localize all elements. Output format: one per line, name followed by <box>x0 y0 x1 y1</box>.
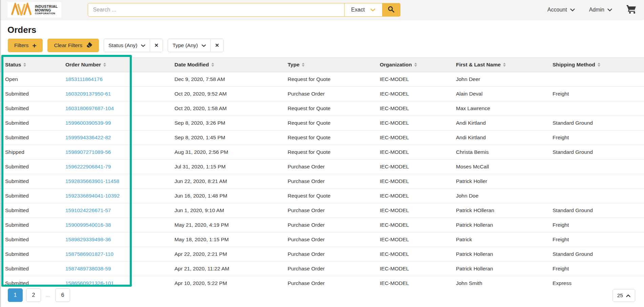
cell-organization: IEC-MODEL <box>380 178 456 184</box>
order-number-link[interactable]: 1592336894041-10392 <box>65 193 120 199</box>
search-bar: Exact <box>88 3 400 17</box>
column-header-status[interactable]: Status <box>5 62 65 68</box>
column-header-type[interactable]: Type <box>288 62 380 68</box>
cell-name: John Deer <box>456 76 553 82</box>
table-row: Submitted 1587489738038-59 Apr 21, 2020,… <box>0 262 644 276</box>
filters-button[interactable]: Filters + <box>8 39 43 52</box>
search-match-select[interactable]: Exact <box>344 3 382 16</box>
cell-type: Purchase Order <box>288 280 380 286</box>
order-number-link[interactable]: 1586560921326-101 <box>65 280 114 286</box>
cell-status: Submitted <box>5 105 65 111</box>
order-number-link[interactable]: 1587586901827-110 <box>65 251 113 257</box>
table-row: Submitted 1603209137950-61 Oct 20, 2020,… <box>0 87 644 101</box>
order-number-link[interactable]: 1853111864176 <box>65 76 103 82</box>
search-input[interactable] <box>88 3 344 16</box>
cell-organization: IEC-MODEL <box>380 120 456 126</box>
cell-organization: IEC-MODEL <box>380 164 456 170</box>
page-button-1[interactable]: 1 <box>8 288 23 302</box>
cell-order-number: 1592835663901-11458 <box>65 178 174 184</box>
orders-page: INDUSTRIAL MOWING CORPORATION Exact <box>0 0 644 307</box>
cell-order-number: 1586560921326-101 <box>65 280 174 286</box>
clear-filters-label: Clear Filters <box>54 42 82 48</box>
cell-organization: IEC-MODEL <box>380 149 456 155</box>
order-number-link[interactable]: 1591024226671-57 <box>65 207 111 213</box>
cell-shipping-method: Standard Ground <box>553 120 644 126</box>
cell-type: Request for Quote <box>288 193 380 199</box>
cell-date-modified: Oct 20, 2020, 1:58 AM <box>174 105 288 111</box>
column-header-order-number[interactable]: Order Number <box>65 62 174 68</box>
cell-status: Submitted <box>5 207 65 213</box>
logo-text: INDUSTRIAL MOWING CORPORATION <box>35 5 58 15</box>
cart-button[interactable] <box>626 5 637 15</box>
order-number-link[interactable]: 1603209137950-61 <box>65 91 111 97</box>
status-filter-remove-button[interactable]: ✕ <box>150 39 163 52</box>
order-number-link[interactable]: 1599594336422-82 <box>65 135 111 140</box>
cell-status: Submitted <box>5 178 65 184</box>
nav-admin[interactable]: Admin <box>589 7 612 13</box>
shopping-cart-icon <box>626 5 637 15</box>
cell-name: Patrick HOlleran <box>456 207 553 213</box>
cell-order-number: 1598907271089-56 <box>65 149 174 155</box>
column-header-date-modified[interactable]: Date Modified <box>174 62 288 68</box>
sort-icon <box>211 63 214 67</box>
table-row: Submitted 1591024226671-57 Jun 1, 2020, … <box>0 203 644 218</box>
cell-status: Open <box>5 76 65 82</box>
column-header-organization[interactable]: Organization <box>380 62 456 68</box>
cell-date-modified: May 21, 2020, 4:19 PM <box>174 222 288 228</box>
order-number-link[interactable]: 1596222906841-79 <box>65 164 111 169</box>
page-button-2[interactable]: 2 <box>26 288 41 302</box>
nav-account[interactable]: Account <box>547 7 575 13</box>
cell-type: Request for Quote <box>288 105 380 111</box>
chevron-down-icon <box>570 7 575 13</box>
cell-order-number: 1589829339498-36 <box>65 237 174 243</box>
logo[interactable]: INDUSTRIAL MOWING CORPORATION <box>7 2 61 18</box>
cell-order-number: 1587586901827-110 <box>65 251 174 257</box>
cell-date-modified: Jun 16, 2020, 1:48 PM <box>174 193 288 199</box>
cell-shipping-method: Express <box>553 280 644 286</box>
cell-name: Christa Bemis <box>456 149 553 155</box>
cell-date-modified: Sep 8, 2020, 1:45 PM <box>174 135 288 141</box>
page-button-6[interactable]: 6 <box>55 288 70 302</box>
cell-name: Patrick <box>456 237 553 243</box>
chevron-down-icon <box>202 42 206 48</box>
search-button[interactable] <box>382 3 400 17</box>
cell-name: Andi Kirtland <box>456 135 553 141</box>
table-row: Shipped 1598907271089-56 Aug 31, 2020, 2… <box>0 145 644 160</box>
cell-name: Andi Kirtland <box>456 120 553 126</box>
order-number-link[interactable]: 1598907271089-56 <box>65 149 111 155</box>
cell-type: Purchase Order <box>288 237 380 243</box>
type-filter-chip: Type (Any) ✕ <box>168 39 224 52</box>
order-number-link[interactable]: 1590099540016-38 <box>65 222 111 228</box>
cell-status: Submitted <box>5 222 65 228</box>
cell-status: Submitted <box>5 135 65 141</box>
order-number-link[interactable]: 1589829339498-36 <box>65 237 111 242</box>
page-size-select[interactable]: 25 <box>612 289 635 302</box>
order-number-link[interactable]: 1587489738038-59 <box>65 266 111 271</box>
table-row: Submitted 1592835663901-11458 Jun 22, 20… <box>0 174 644 189</box>
table-row: Submitted 1599594336422-82 Sep 8, 2020, … <box>0 130 644 145</box>
chevron-up-icon <box>626 292 630 299</box>
chevron-down-icon <box>370 7 375 13</box>
type-filter-dropdown[interactable]: Type (Any) <box>168 39 211 52</box>
cell-organization: IEC-MODEL <box>380 193 456 199</box>
sort-icon <box>302 63 305 67</box>
cell-order-number: 1587489738038-59 <box>65 266 174 272</box>
cell-type: Purchase Order <box>288 222 380 228</box>
cell-shipping-method: Freight <box>553 135 644 141</box>
cell-shipping-method: Standard Ground <box>553 251 644 257</box>
type-filter-remove-button[interactable]: ✕ <box>211 39 223 52</box>
order-number-link[interactable]: 1603180697687-104 <box>65 105 114 111</box>
cell-type: Purchase Order <box>288 251 380 257</box>
column-header-name[interactable]: First & Last Name <box>456 62 553 68</box>
cell-status: Submitted <box>5 193 65 199</box>
column-header-shipping-method[interactable]: Shipping Method <box>553 62 644 68</box>
window-edge-shadow <box>0 0 1 307</box>
order-number-link[interactable]: 1599600390539-99 <box>65 120 111 126</box>
clear-filters-button[interactable]: Clear Filters <box>47 39 99 52</box>
pagination: 1 2 … 6 <box>8 288 70 302</box>
status-filter-dropdown[interactable]: Status (Any) <box>104 39 150 52</box>
cell-type: Purchase Order <box>288 164 380 170</box>
cell-name: Alain Deval <box>456 91 553 97</box>
order-number-link[interactable]: 1592835663901-11458 <box>65 178 119 184</box>
sort-icon <box>414 63 417 67</box>
